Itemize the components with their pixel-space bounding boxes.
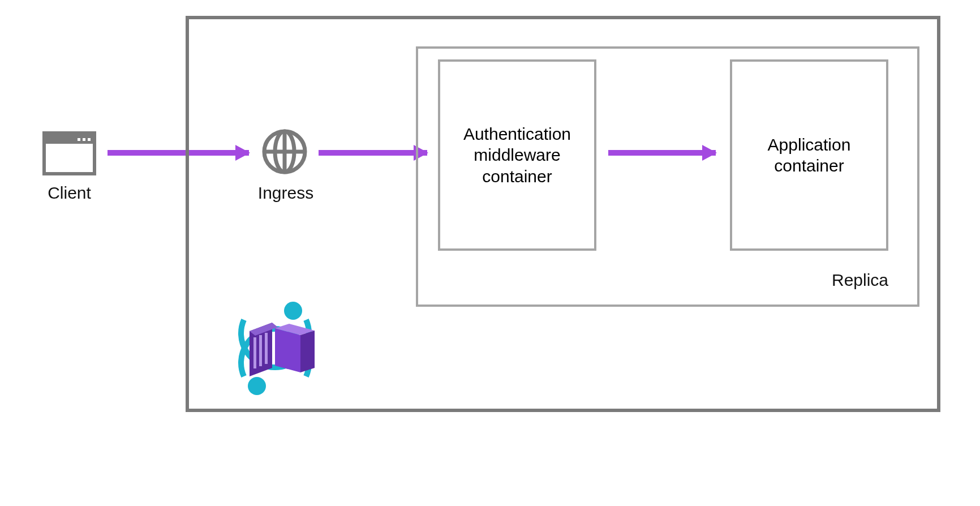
svg-marker-11 [275,328,300,372]
client-window-body [46,144,93,172]
svg-point-4 [284,302,302,320]
svg-marker-13 [300,331,315,372]
globe-icon [262,129,307,174]
application-container-label: Application container [738,134,880,177]
svg-rect-10 [265,333,268,364]
container-apps-icon [224,300,326,396]
auth-middleware-label: Authentication middleware container [446,123,588,187]
replica-label: Replica [832,271,917,290]
client-label: Client [31,183,108,203]
svg-rect-8 [253,337,256,368]
application-container-box: Application container [730,59,888,251]
ingress-label: Ingress [243,183,328,203]
svg-point-5 [248,377,266,395]
client-icon [42,131,96,175]
svg-rect-9 [259,335,262,366]
client-window-titlebar [46,135,93,144]
auth-middleware-box: Authentication middleware container [438,59,596,251]
